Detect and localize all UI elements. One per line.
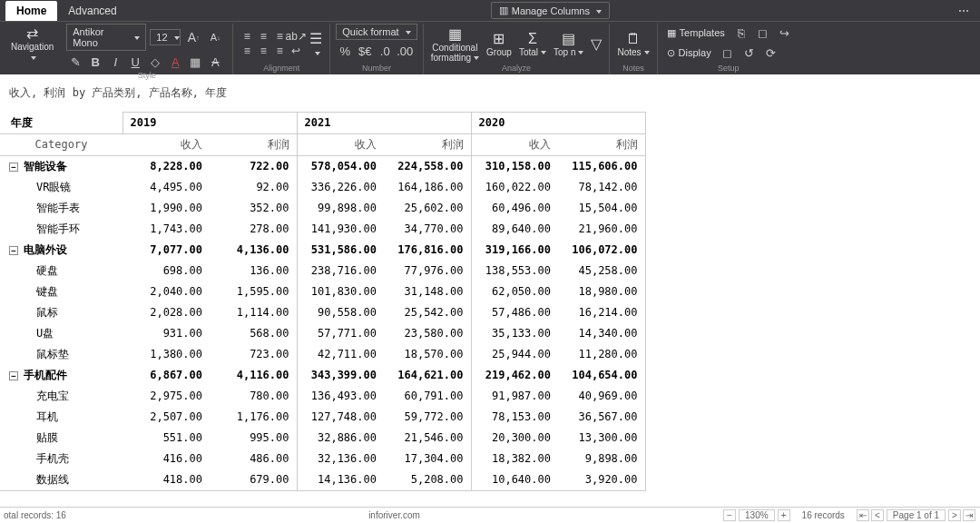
cell[interactable]: 34,770.00 [384,219,471,240]
table-row[interactable]: 鼠标2,028.001,114.0090,558.0025,542.0057,4… [0,302,645,323]
group-button[interactable]: ⊞Group [485,30,514,57]
indent-button[interactable]: ☰ [308,30,324,58]
cell[interactable]: 531,586.00 [297,240,384,261]
cell[interactable]: 35,133.00 [471,323,558,344]
orientation-button[interactable]: ab↗ [288,29,304,44]
cell[interactable]: 2,507.00 [122,407,210,428]
cell[interactable]: 551.00 [122,428,210,449]
cell[interactable]: 319,166.00 [471,240,558,261]
bold-button[interactable]: B [86,53,104,71]
clear-format-button[interactable]: A [206,53,224,71]
cell[interactable]: 99,898.00 [297,198,384,219]
cell[interactable]: 17,304.00 [384,449,471,469]
notes-button[interactable]: 🗒Notes [615,31,651,57]
cell[interactable]: 8,228.00 [122,155,210,177]
table-group-row[interactable]: −电脑外设7,077.004,136.00531,586.00176,816.0… [0,240,645,261]
cell[interactable]: 42,711.00 [297,344,384,365]
filter-button[interactable]: ▽ [589,35,603,53]
cell[interactable]: 278.00 [210,219,297,240]
cell[interactable]: 104,654.00 [558,365,645,386]
font-color-button[interactable]: A [166,53,184,71]
cell[interactable]: 336,226.00 [297,177,384,198]
cell[interactable]: 77,976.00 [384,261,471,281]
table-row[interactable]: 硬盘698.00136.00238,716.0077,976.00138,553… [0,261,645,281]
cell[interactable]: 164,621.00 [384,365,471,386]
cell[interactable]: 60,791.00 [384,386,471,407]
cell[interactable]: 11,280.00 [558,344,645,365]
topn-button[interactable]: ▤Top n [552,30,585,57]
cell[interactable]: 15,504.00 [558,198,645,219]
cell[interactable]: 78,153.00 [471,407,558,428]
manage-columns-button[interactable]: ▥ Manage Columns [491,2,610,19]
cell[interactable]: 127,748.00 [297,407,384,428]
cell[interactable]: 486.00 [210,449,297,469]
cell[interactable]: 4,136.00 [210,240,297,261]
format-painter-icon[interactable]: ✎ [66,53,84,71]
table-group-row[interactable]: −手机配件6,867.004,116.00343,399.00164,621.0… [0,365,645,386]
collapse-icon[interactable]: − [9,246,18,255]
cell[interactable]: 1,990.00 [122,198,210,219]
cell[interactable]: 92.00 [210,177,297,198]
cell[interactable]: 679.00 [210,469,297,491]
cell[interactable]: 31,148.00 [384,281,471,302]
cell[interactable]: 995.00 [210,428,297,449]
table-row[interactable]: 耳机2,507.001,176.00127,748.0059,772.0078,… [0,407,645,428]
underline-button[interactable]: U [126,53,144,71]
tab-home[interactable]: Home [5,1,57,21]
cell[interactable]: 60,496.00 [471,198,558,219]
setup-icon-3[interactable]: ↪ [776,24,794,42]
cell[interactable]: 722.00 [210,155,297,177]
cell[interactable]: 138,553.00 [471,261,558,281]
cell[interactable]: 176,816.00 [384,240,471,261]
wrap-text-button[interactable]: ↩ [288,44,304,58]
cell[interactable]: 1,380.00 [122,344,210,365]
cell[interactable]: 931.00 [122,323,210,344]
setup-icon-6[interactable]: ⟳ [762,44,780,62]
cell[interactable]: 57,486.00 [471,302,558,323]
cell[interactable]: 578,054.00 [297,155,384,177]
cell[interactable]: 14,136.00 [297,469,384,491]
cell[interactable]: 45,258.00 [558,261,645,281]
decrease-font-button[interactable]: A↓ [206,28,224,46]
collapse-icon[interactable]: − [9,163,18,172]
conditional-formatting-button[interactable]: ▦ Conditional formatting [429,25,481,63]
font-family-select[interactable]: Antikor Mono [66,24,146,51]
cell[interactable]: 136,493.00 [297,386,384,407]
cell[interactable]: 568.00 [210,323,297,344]
cell[interactable]: 9,898.00 [558,449,645,469]
cell[interactable]: 352.00 [210,198,297,219]
cell[interactable]: 6,867.00 [122,365,210,386]
quick-format-button[interactable]: Quick format [336,24,416,40]
align-right-button[interactable]: ≡ [271,44,288,58]
cell[interactable]: 4,116.00 [210,365,297,386]
table-row[interactable]: U盘931.00568.0057,771.0023,580.0035,133.0… [0,323,645,344]
cell[interactable]: 13,300.00 [558,428,645,449]
overflow-menu[interactable]: ⋯ [958,5,971,17]
cell[interactable]: 1,743.00 [122,219,210,240]
page-prev-button[interactable]: < [871,509,884,521]
table-row[interactable]: VR眼镜4,495.0092.00336,226.00164,186.00160… [0,177,645,198]
year-col-0[interactable]: 2019 [122,113,297,134]
total-button[interactable]: ΣTotal [517,31,548,57]
table-row[interactable]: 贴膜551.00995.0032,886.0021,546.0020,300.0… [0,428,645,449]
cell[interactable]: 32,136.00 [297,449,384,469]
cell[interactable]: 23,580.00 [384,323,471,344]
font-size-select[interactable]: 12 [150,29,181,45]
year-col-2[interactable]: 2020 [471,113,645,134]
cell[interactable]: 7,077.00 [122,240,210,261]
fill-color-button[interactable]: ◇ [146,53,164,71]
cell[interactable]: 18,980.00 [558,281,645,302]
cell[interactable]: 1,114.00 [210,302,297,323]
page-next-button[interactable]: > [948,509,961,521]
table-row[interactable]: 键盘2,040.001,595.00101,830.0031,148.0062,… [0,281,645,302]
cell[interactable]: 14,340.00 [558,323,645,344]
cell[interactable]: 4,495.00 [122,177,210,198]
cell[interactable]: 418.00 [122,469,210,491]
cell[interactable]: 36,567.00 [558,407,645,428]
cell[interactable]: 57,771.00 [297,323,384,344]
cell[interactable]: 1,595.00 [210,281,297,302]
year-col-1[interactable]: 2021 [297,113,471,134]
cell[interactable]: 78,142.00 [558,177,645,198]
setup-icon-5[interactable]: ↺ [740,44,759,62]
setup-icon-2[interactable]: ◻ [754,24,772,42]
